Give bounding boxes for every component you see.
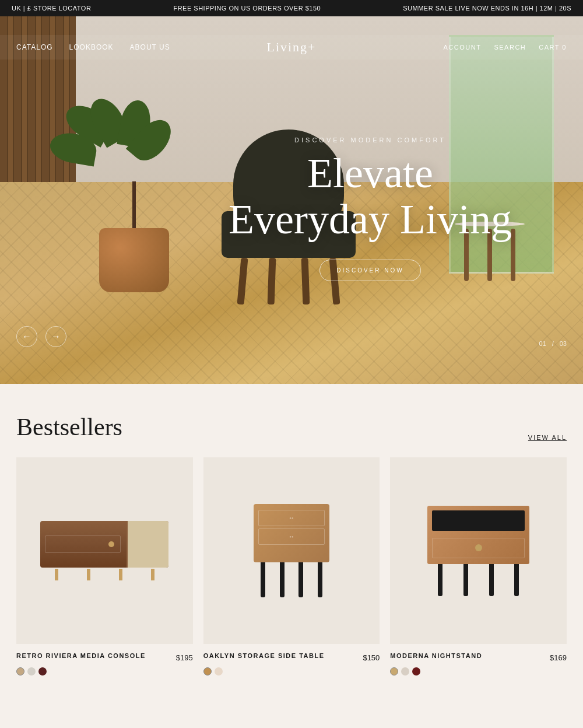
nightstand-drawer: [432, 538, 525, 558]
bestsellers-header: Bestsellers VIEW ALL: [16, 413, 567, 441]
sidetable-box: [254, 504, 329, 562]
product-price-row-1: RETRO RIVIERA MEDIA CONSOLE $195: [16, 652, 193, 663]
bestsellers-title: Bestsellers: [16, 413, 122, 441]
nightstand-shelf: [432, 510, 525, 531]
ns-leg-4: [514, 564, 519, 596]
st-leg-1: [261, 562, 265, 597]
product-price-row-2: OAKLYN STORAGE SIDE TABLE $150: [203, 652, 380, 663]
console-handle: [108, 541, 114, 547]
color-dot-1-2[interactable]: [27, 667, 36, 676]
about-link[interactable]: ABOUT US: [130, 43, 170, 51]
product-name-2: OAKLYN STORAGE SIDE TABLE: [203, 652, 325, 659]
plant-leaves: [76, 88, 169, 193]
product-image-3: [390, 457, 567, 644]
announcement-center: FREE SHIPPING ON US ORDERS OVER $150: [91, 5, 403, 12]
color-dot-1-3[interactable]: [38, 667, 47, 676]
st-drawer-1: [258, 510, 325, 526]
ns-leg-2: [463, 564, 468, 596]
st-leg-4: [318, 562, 322, 597]
product-info-3: MODERNA NIGHTSTAND $169: [390, 644, 567, 681]
hero-section: CATALOG LOOKBOOK ABOUT US Living+ ACCOUN…: [0, 16, 583, 384]
announcement-bar: UK | £ STORE LOCATOR FREE SHIPPING ON US…: [0, 0, 583, 16]
st-leg-3: [298, 562, 303, 597]
console-drawer: [45, 536, 121, 553]
announcement-right: SUMMER SALE LIVE NOW ENDS IN 16H | 12M |…: [403, 5, 571, 12]
sidetable-legs: [254, 562, 329, 597]
console-leg-3: [119, 569, 122, 580]
uk-currency: UK | £ STORE LOCATOR: [12, 5, 91, 12]
st-leg-2: [280, 562, 285, 597]
slide-divider: /: [552, 340, 554, 347]
ns-leg-1: [438, 564, 442, 596]
hero-plant: [93, 228, 175, 292]
hero-subtitle: DISCOVER MODERN COMFORT: [187, 136, 554, 144]
product-card-1[interactable]: RETRO RIVIERA MEDIA CONSOLE $195: [16, 457, 193, 681]
view-all-link[interactable]: VIEW ALL: [528, 434, 567, 441]
search-link[interactable]: SEARCH: [494, 44, 526, 51]
product-price-1: $195: [176, 653, 193, 662]
hero-content: DISCOVER MODERN COMFORT Elevate Everyday…: [187, 136, 554, 281]
next-slide-button[interactable]: →: [45, 326, 66, 347]
product-image-1: [16, 457, 193, 644]
product-colors-1: [16, 667, 193, 676]
product-visual-console: [40, 521, 168, 580]
color-dot-1-1[interactable]: [16, 667, 24, 676]
account-link[interactable]: ACCOUNT: [444, 44, 482, 51]
product-info-2: OAKLYN STORAGE SIDE TABLE $150: [203, 644, 380, 681]
catalog-link[interactable]: CATALOG: [16, 43, 53, 51]
nightstand-legs: [427, 564, 529, 596]
plant-stem: [132, 181, 136, 228]
hero-title: Elevate Everyday Living: [187, 150, 554, 243]
color-dot-3-3[interactable]: [412, 667, 420, 676]
plant-pot: [99, 228, 169, 292]
hero-title-line1: Elevate: [307, 150, 433, 197]
slide-total: 03: [560, 340, 567, 347]
console-legs: [40, 569, 168, 580]
st-drawer-2: [258, 528, 325, 545]
color-dot-3-1[interactable]: [390, 667, 398, 676]
console-leg-4: [151, 569, 154, 580]
console-body: [40, 521, 168, 568]
product-price-2: $150: [363, 653, 380, 662]
product-price-row-3: MODERNA NIGHTSTAND $169: [390, 652, 567, 663]
hero-title-line2: Everyday Living: [229, 196, 512, 243]
nav-logo-center: Living+: [266, 40, 316, 55]
main-navigation: CATALOG LOOKBOOK ABOUT US Living+ ACCOUN…: [0, 35, 583, 60]
product-card-2[interactable]: OAKLYN STORAGE SIDE TABLE $150: [203, 457, 380, 681]
slide-indicators: 01 / 03: [539, 340, 567, 347]
product-visual-sidetable: [254, 504, 329, 597]
sidetable-drawers: [258, 510, 325, 547]
nightstand-handle: [475, 544, 482, 551]
product-grid: RETRO RIVIERA MEDIA CONSOLE $195: [16, 457, 567, 681]
product-colors-2: [203, 667, 380, 676]
announcement-left: UK | £ STORE LOCATOR: [12, 5, 91, 12]
product-info-1: RETRO RIVIERA MEDIA CONSOLE $195: [16, 644, 193, 681]
logo[interactable]: Living+: [266, 40, 316, 54]
console-leg-2: [87, 569, 90, 580]
nav-right-links: ACCOUNT SEARCH CART 0: [444, 44, 567, 51]
ns-leg-3: [489, 564, 494, 596]
console-leg-1: [55, 569, 58, 580]
product-name-3: MODERNA NIGHTSTAND: [390, 652, 482, 659]
cart-link[interactable]: CART 0: [539, 44, 567, 51]
slide-current: 01: [539, 340, 546, 347]
product-visual-nightstand: [427, 506, 529, 596]
product-image-2: [203, 457, 380, 644]
hero-navigation-arrows: ← →: [16, 326, 66, 347]
color-dot-2-2[interactable]: [215, 667, 223, 676]
product-colors-3: [390, 667, 567, 676]
product-card-3[interactable]: MODERNA NIGHTSTAND $169: [390, 457, 567, 681]
lookbook-link[interactable]: LOOKBOOK: [69, 43, 114, 51]
nav-left-links: CATALOG LOOKBOOK ABOUT US: [16, 43, 170, 51]
prev-slide-button[interactable]: ←: [16, 326, 37, 347]
color-dot-3-2[interactable]: [401, 667, 409, 676]
product-name-1: RETRO RIVIERA MEDIA CONSOLE: [16, 652, 146, 659]
discover-now-button[interactable]: DISCOVER NOW: [319, 260, 420, 281]
nightstand-box: [427, 506, 529, 564]
product-price-3: $169: [550, 653, 567, 662]
color-dot-2-1[interactable]: [203, 667, 212, 676]
bestsellers-section: Bestsellers VIEW ALL: [0, 384, 583, 705]
